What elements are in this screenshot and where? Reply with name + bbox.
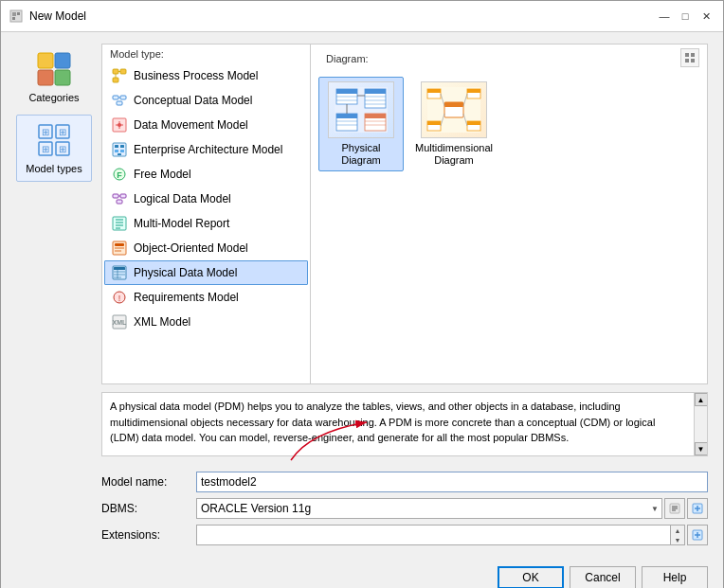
dbms-select-wrapper: ORACLE Version 11g SQL Server 2019 MySQL…: [196, 498, 662, 519]
svg-rect-90: [427, 121, 441, 125]
sidebar-item-categories[interactable]: Categories: [16, 44, 92, 111]
model-list-item-dmm[interactable]: Data Movement Model: [104, 113, 308, 137]
model-types-label: Model types: [26, 163, 81, 175]
sidebar: Categories ⊞ ⊞ ⊞ ⊞: [16, 44, 92, 545]
svg-rect-5: [55, 53, 70, 68]
minimize-button[interactable]: —: [655, 7, 674, 26]
svg-rect-3: [12, 17, 15, 20]
desc-scroll-up-btn[interactable]: ▲: [695, 393, 708, 406]
svg-rect-23: [117, 101, 122, 105]
model-type-label: Model type:: [102, 45, 310, 62]
pdm-icon: [111, 264, 128, 281]
ext-scroll-up-btn[interactable]: ▲: [671, 526, 684, 535]
extensions-input[interactable]: [197, 526, 670, 543]
svg-text:XML: XML: [113, 319, 127, 326]
model-list-item-free[interactable]: F Free Model: [104, 162, 308, 187]
dialog-body: Categories ⊞ ⊞ ⊞ ⊞: [1, 32, 723, 557]
req-label: Requirements Model: [134, 291, 239, 304]
svg-rect-4: [38, 53, 53, 68]
model-list-item-ldm[interactable]: Logical Data Model: [104, 187, 308, 211]
model-list-item-pdm[interactable]: Physical Data Model: [104, 260, 308, 285]
desc-scroll-down-btn[interactable]: ▼: [695, 442, 708, 455]
svg-rect-68: [365, 89, 386, 94]
svg-rect-16: [113, 69, 118, 74]
categories-label: Categories: [28, 92, 79, 104]
extensions-row: Extensions: ▲ ▼: [101, 525, 708, 545]
help-button[interactable]: Help: [642, 566, 708, 588]
diagram-grid-button[interactable]: [680, 48, 699, 67]
extensions-add-button[interactable]: [687, 525, 708, 545]
dbms-row: DBMS: ORACLE Version 11g SQL Server 2019…: [101, 498, 708, 519]
model-name-label: Model name:: [101, 475, 196, 489]
svg-rect-73: [336, 114, 357, 118]
svg-rect-37: [117, 200, 122, 204]
diagram-items: Physical Diagram: [311, 69, 707, 383]
diagram-panel: Diagram:: [311, 45, 707, 383]
model-list-item-req[interactable]: ! Requirements Model: [104, 285, 308, 310]
dbms-select[interactable]: ORACLE Version 11g SQL Server 2019 MySQL…: [196, 498, 662, 519]
svg-rect-86: [427, 89, 441, 93]
svg-rect-29: [120, 145, 124, 148]
model-list-item-mmr[interactable]: Multi-Model Report: [104, 211, 308, 236]
sidebar-item-model-types[interactable]: ⊞ ⊞ ⊞ ⊞ Model types: [16, 115, 92, 182]
diagram-item-physical[interactable]: Physical Diagram: [318, 77, 404, 171]
svg-rect-45: [115, 243, 124, 246]
cdm-icon: [111, 92, 128, 109]
dmm-label: Data Movement Model: [134, 118, 248, 132]
svg-rect-59: [691, 53, 695, 57]
ldm-icon: [111, 190, 128, 207]
dbms-add-button[interactable]: [687, 498, 708, 519]
oom-icon: [111, 240, 128, 257]
model-list-item-ea[interactable]: Enterprise Architecture Model: [104, 137, 308, 162]
close-button[interactable]: ✕: [697, 7, 715, 26]
extensions-scroll-btns: ▲ ▼: [670, 526, 684, 544]
mmr-label: Multi-Model Report: [134, 217, 229, 230]
svg-rect-22: [120, 96, 126, 99]
multidim-diagram-thumb: [421, 81, 487, 138]
bpm-icon: [111, 67, 128, 84]
svg-rect-32: [118, 153, 121, 155]
free-icon: F: [111, 166, 128, 183]
ea-icon: [111, 141, 128, 158]
svg-rect-60: [685, 59, 689, 62]
model-list-item-oom[interactable]: Object-Oriented Model: [104, 236, 308, 260]
svg-rect-84: [444, 102, 463, 107]
svg-rect-58: [685, 53, 689, 57]
model-type-panel: Model type:: [102, 45, 311, 383]
svg-text:⊞: ⊞: [42, 127, 49, 137]
dialog-footer: OK Cancel Help: [1, 557, 723, 588]
extensions-label: Extensions:: [101, 528, 196, 542]
diagram-panel-label: Diagram:: [318, 49, 376, 66]
svg-rect-77: [365, 114, 386, 118]
categories-icon: [35, 50, 73, 88]
ext-scroll-down-btn[interactable]: ▼: [671, 535, 684, 544]
svg-rect-88: [467, 89, 480, 93]
main-content: Categories ⊞ ⊞ ⊞ ⊞: [16, 44, 708, 545]
svg-rect-18: [113, 78, 118, 82]
ok-button[interactable]: OK: [498, 566, 564, 588]
cdm-label: Conceptual Data Model: [134, 94, 252, 107]
ea-label: Enterprise Architecture Model: [134, 143, 282, 156]
model-list-item-cdm[interactable]: Conceptual Data Model: [104, 88, 308, 113]
svg-rect-92: [467, 121, 480, 125]
svg-rect-35: [113, 194, 118, 198]
svg-rect-17: [120, 69, 126, 74]
dbms-browse-button[interactable]: [664, 498, 685, 519]
cancel-button[interactable]: Cancel: [570, 566, 636, 588]
svg-text:F: F: [117, 170, 122, 180]
model-list-item-xml[interactable]: XML XML Model: [104, 310, 308, 334]
diagram-item-multidim[interactable]: Multidimensional Diagram: [411, 77, 497, 171]
svg-rect-36: [120, 194, 126, 198]
model-list-item-bpm[interactable]: Business Process Model: [104, 63, 308, 88]
maximize-button[interactable]: □: [676, 7, 695, 26]
svg-rect-64: [336, 89, 357, 94]
dmm-icon: [111, 116, 128, 134]
extensions-input-wrapper: ▲ ▼: [196, 525, 685, 545]
model-types-icon: ⊞ ⊞ ⊞ ⊞: [35, 121, 73, 159]
bpm-label: Business Process Model: [134, 69, 258, 82]
model-name-input[interactable]: [196, 472, 708, 492]
req-icon: !: [111, 289, 128, 306]
description-area: A physical data model (PDM) helps you to…: [101, 392, 708, 456]
mmr-icon: [111, 215, 128, 232]
svg-text:⊞: ⊞: [59, 144, 66, 154]
